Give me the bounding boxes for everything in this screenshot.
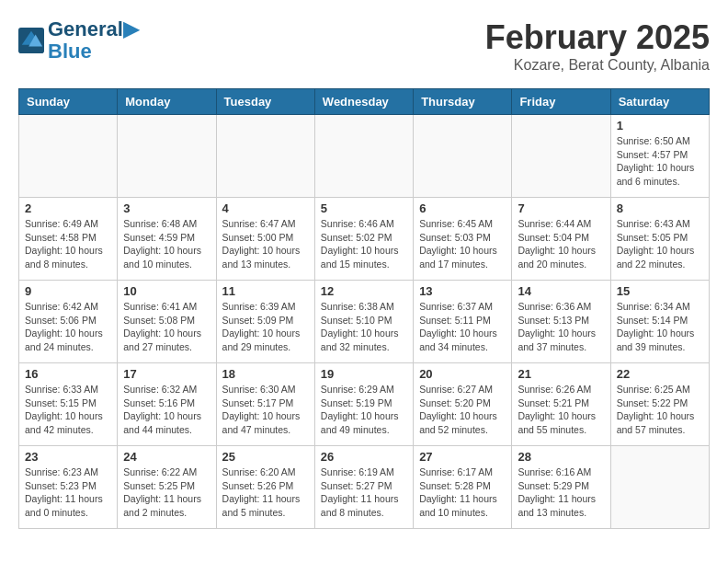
day-number: 20 (419, 367, 506, 381)
weekday-header-wednesday: Wednesday (314, 89, 413, 115)
calendar-cell: 25Sunrise: 6:20 AM Sunset: 5:26 PM Dayli… (216, 446, 314, 529)
day-number: 27 (419, 450, 506, 464)
day-info: Sunrise: 6:29 AM Sunset: 5:19 PM Dayligh… (321, 383, 407, 437)
day-number: 4 (222, 201, 309, 215)
day-number: 24 (123, 450, 210, 464)
day-info: Sunrise: 6:39 AM Sunset: 5:09 PM Dayligh… (222, 300, 309, 354)
calendar-cell (314, 115, 413, 198)
calendar-cell: 26Sunrise: 6:19 AM Sunset: 5:27 PM Dayli… (314, 446, 413, 529)
day-number: 25 (222, 450, 309, 464)
day-number: 23 (25, 450, 111, 464)
day-number: 16 (25, 367, 111, 381)
calendar-cell: 19Sunrise: 6:29 AM Sunset: 5:19 PM Dayli… (314, 363, 413, 446)
day-info: Sunrise: 6:50 AM Sunset: 4:57 PM Dayligh… (617, 134, 703, 189)
day-info: Sunrise: 6:20 AM Sunset: 5:26 PM Dayligh… (222, 465, 309, 520)
day-info: Sunrise: 6:36 AM Sunset: 5:13 PM Dayligh… (518, 300, 604, 354)
calendar-subtitle: Kozare, Berat County, Albania (485, 57, 710, 74)
calendar-cell: 6Sunrise: 6:45 AM Sunset: 5:03 PM Daylig… (414, 198, 512, 281)
calendar-cell: 14Sunrise: 6:36 AM Sunset: 5:13 PM Dayli… (512, 281, 610, 363)
logo-text: General▶ Blue (48, 18, 139, 63)
day-number: 28 (518, 450, 604, 464)
day-info: Sunrise: 6:49 AM Sunset: 4:58 PM Dayligh… (25, 217, 111, 271)
day-info: Sunrise: 6:27 AM Sunset: 5:20 PM Dayligh… (419, 383, 506, 437)
calendar-cell: 21Sunrise: 6:26 AM Sunset: 5:21 PM Dayli… (512, 363, 610, 446)
calendar-cell (118, 115, 216, 198)
day-info: Sunrise: 6:30 AM Sunset: 5:17 PM Dayligh… (222, 383, 309, 437)
calendar-cell: 16Sunrise: 6:33 AM Sunset: 5:15 PM Dayli… (19, 363, 118, 446)
calendar-cell: 28Sunrise: 6:16 AM Sunset: 5:29 PM Dayli… (512, 446, 610, 529)
day-info: Sunrise: 6:44 AM Sunset: 5:04 PM Dayligh… (518, 217, 604, 271)
day-number: 9 (25, 284, 111, 298)
calendar-cell: 15Sunrise: 6:34 AM Sunset: 5:14 PM Dayli… (610, 281, 709, 363)
weekday-header-tuesday: Tuesday (216, 89, 314, 115)
logo-icon (18, 28, 44, 53)
day-number: 10 (123, 284, 210, 298)
weekday-header-saturday: Saturday (610, 89, 709, 115)
calendar-cell (610, 446, 709, 529)
day-info: Sunrise: 6:42 AM Sunset: 5:06 PM Dayligh… (25, 300, 111, 354)
day-number: 3 (123, 201, 210, 215)
calendar-cell: 13Sunrise: 6:37 AM Sunset: 5:11 PM Dayli… (414, 281, 512, 363)
calendar-cell: 12Sunrise: 6:38 AM Sunset: 5:10 PM Dayli… (314, 281, 413, 363)
weekday-header-monday: Monday (118, 89, 216, 115)
calendar-cell: 11Sunrise: 6:39 AM Sunset: 5:09 PM Dayli… (216, 281, 314, 363)
calendar-cell (19, 115, 118, 198)
day-number: 21 (518, 367, 604, 381)
day-info: Sunrise: 6:45 AM Sunset: 5:03 PM Dayligh… (419, 217, 506, 271)
day-info: Sunrise: 6:46 AM Sunset: 5:02 PM Dayligh… (321, 217, 407, 271)
title-block: February 2025 Kozare, Berat County, Alba… (485, 18, 710, 74)
day-number: 8 (617, 201, 703, 215)
day-info: Sunrise: 6:26 AM Sunset: 5:21 PM Dayligh… (518, 383, 604, 437)
calendar-cell: 5Sunrise: 6:46 AM Sunset: 5:02 PM Daylig… (314, 198, 413, 281)
day-info: Sunrise: 6:19 AM Sunset: 5:27 PM Dayligh… (321, 465, 407, 520)
day-number: 12 (321, 284, 407, 298)
day-info: Sunrise: 6:48 AM Sunset: 4:59 PM Dayligh… (123, 217, 210, 271)
day-info: Sunrise: 6:37 AM Sunset: 5:11 PM Dayligh… (419, 300, 506, 354)
logo: General▶ Blue (18, 18, 139, 63)
day-number: 19 (321, 367, 407, 381)
calendar-cell: 2Sunrise: 6:49 AM Sunset: 4:58 PM Daylig… (19, 198, 118, 281)
calendar-cell: 7Sunrise: 6:44 AM Sunset: 5:04 PM Daylig… (512, 198, 610, 281)
day-info: Sunrise: 6:16 AM Sunset: 5:29 PM Dayligh… (518, 465, 604, 520)
day-info: Sunrise: 6:47 AM Sunset: 5:00 PM Dayligh… (222, 217, 309, 271)
page-header: General▶ Blue February 2025 Kozare, Bera… (18, 18, 710, 74)
day-info: Sunrise: 6:23 AM Sunset: 5:23 PM Dayligh… (25, 465, 111, 520)
weekday-header-friday: Friday (512, 89, 610, 115)
calendar-cell: 3Sunrise: 6:48 AM Sunset: 4:59 PM Daylig… (118, 198, 216, 281)
calendar-cell: 8Sunrise: 6:43 AM Sunset: 5:05 PM Daylig… (610, 198, 709, 281)
day-number: 17 (123, 367, 210, 381)
calendar-cell: 1Sunrise: 6:50 AM Sunset: 4:57 PM Daylig… (610, 115, 709, 198)
calendar-cell: 24Sunrise: 6:22 AM Sunset: 5:25 PM Dayli… (118, 446, 216, 529)
calendar-cell: 20Sunrise: 6:27 AM Sunset: 5:20 PM Dayli… (414, 363, 512, 446)
day-info: Sunrise: 6:41 AM Sunset: 5:08 PM Dayligh… (123, 300, 210, 354)
day-number: 6 (419, 201, 506, 215)
day-number: 22 (617, 367, 703, 381)
weekday-header-thursday: Thursday (414, 89, 512, 115)
day-number: 13 (419, 284, 506, 298)
calendar-cell (512, 115, 610, 198)
day-info: Sunrise: 6:17 AM Sunset: 5:28 PM Dayligh… (419, 465, 506, 520)
day-number: 18 (222, 367, 309, 381)
day-info: Sunrise: 6:22 AM Sunset: 5:25 PM Dayligh… (123, 465, 210, 520)
calendar-title: February 2025 (485, 18, 710, 57)
calendar-cell (216, 115, 314, 198)
day-info: Sunrise: 6:33 AM Sunset: 5:15 PM Dayligh… (25, 383, 111, 437)
day-number: 7 (518, 201, 604, 215)
day-number: 11 (222, 284, 309, 298)
calendar-week-5: 23Sunrise: 6:23 AM Sunset: 5:23 PM Dayli… (19, 446, 710, 529)
day-info: Sunrise: 6:38 AM Sunset: 5:10 PM Dayligh… (321, 300, 407, 354)
day-info: Sunrise: 6:32 AM Sunset: 5:16 PM Dayligh… (123, 383, 210, 437)
day-info: Sunrise: 6:25 AM Sunset: 5:22 PM Dayligh… (617, 383, 703, 437)
calendar-table: SundayMondayTuesdayWednesdayThursdayFrid… (18, 88, 710, 529)
day-number: 15 (617, 284, 703, 298)
calendar-week-3: 9Sunrise: 6:42 AM Sunset: 5:06 PM Daylig… (19, 281, 710, 363)
calendar-header-row: SundayMondayTuesdayWednesdayThursdayFrid… (19, 89, 710, 115)
day-number: 2 (25, 201, 111, 215)
calendar-cell: 17Sunrise: 6:32 AM Sunset: 5:16 PM Dayli… (118, 363, 216, 446)
calendar-cell: 23Sunrise: 6:23 AM Sunset: 5:23 PM Dayli… (19, 446, 118, 529)
calendar-cell: 4Sunrise: 6:47 AM Sunset: 5:00 PM Daylig… (216, 198, 314, 281)
calendar-cell: 9Sunrise: 6:42 AM Sunset: 5:06 PM Daylig… (19, 281, 118, 363)
day-number: 14 (518, 284, 604, 298)
calendar-week-2: 2Sunrise: 6:49 AM Sunset: 4:58 PM Daylig… (19, 198, 710, 281)
calendar-cell: 10Sunrise: 6:41 AM Sunset: 5:08 PM Dayli… (118, 281, 216, 363)
